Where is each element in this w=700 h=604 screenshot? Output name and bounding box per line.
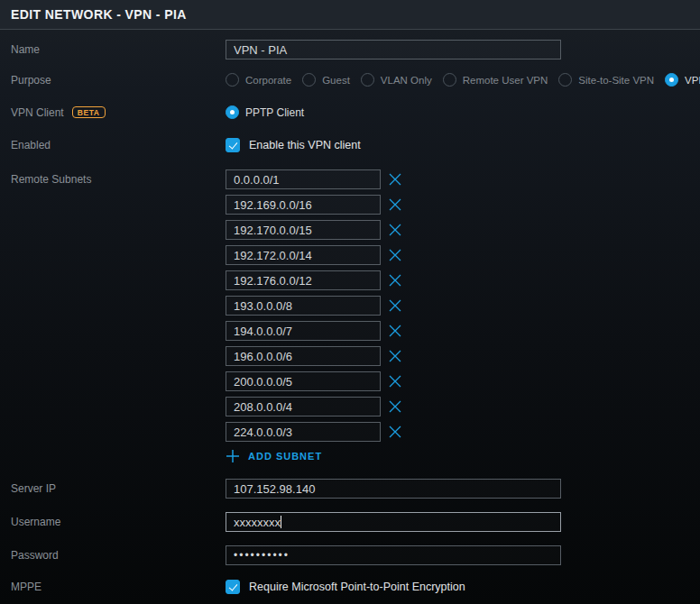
remove-subnet-button[interactable] <box>387 171 403 188</box>
radio-icon <box>558 73 572 87</box>
purpose-row: Purpose Corporate Guest VLAN Only Remote… <box>11 73 700 87</box>
radio-icon <box>226 73 239 87</box>
enable-vpn-client-checkbox[interactable]: Enable this VPN client <box>226 138 361 152</box>
beta-badge: BETA <box>72 106 106 119</box>
subnet-input[interactable] <box>226 346 381 366</box>
radio-icon <box>361 73 374 87</box>
edit-network-form: Name Purpose Corporate Guest VLAN Only R… <box>0 30 700 594</box>
subnet-input[interactable] <box>226 422 381 442</box>
subnet-input[interactable] <box>226 195 381 215</box>
enabled-label: Enabled <box>11 139 226 151</box>
server-ip-row: Server IP <box>11 479 700 499</box>
subnet-input[interactable] <box>226 169 381 189</box>
x-icon <box>387 297 403 314</box>
radio-label: Site-to-Site VPN <box>578 75 654 86</box>
subnet-row <box>226 220 403 240</box>
purpose-option-vpn-client[interactable]: VPN Client <box>665 73 700 87</box>
purpose-option-site-to-site-vpn[interactable]: Site-to-Site VPN <box>558 73 654 87</box>
remove-subnet-button[interactable] <box>387 373 403 389</box>
x-icon <box>387 171 403 188</box>
remove-subnet-button[interactable] <box>387 323 403 339</box>
x-icon <box>387 197 403 213</box>
subnet-row <box>226 195 403 215</box>
password-row: Password <box>11 545 700 565</box>
x-icon <box>387 348 403 364</box>
subnet-row <box>226 245 403 265</box>
plus-icon <box>226 449 240 463</box>
checkbox-label: Enable this VPN client <box>249 139 361 151</box>
remove-subnet-button[interactable] <box>387 197 403 213</box>
name-row: Name <box>11 40 700 59</box>
subnet-input[interactable] <box>226 245 381 265</box>
username-label: Username <box>11 516 226 528</box>
vpn-client-label-group: VPN Client BETA <box>11 106 226 119</box>
name-label: Name <box>11 43 226 56</box>
subnet-input[interactable] <box>226 321 381 341</box>
checkbox-label: Require Microsoft Point-to-Point Encrypt… <box>249 581 465 593</box>
subnet-row <box>226 169 403 189</box>
remove-subnet-button[interactable] <box>387 424 403 440</box>
username-input[interactable] <box>226 512 561 532</box>
radio-icon <box>302 73 316 87</box>
mppe-row: MPPE Require Microsoft Point-to-Point En… <box>11 580 700 594</box>
subnet-input[interactable] <box>226 270 381 290</box>
page-title: EDIT NETWORK - VPN - PIA <box>11 7 187 22</box>
remove-subnet-button[interactable] <box>387 398 403 415</box>
radio-label: Guest <box>322 75 350 86</box>
x-icon <box>387 272 403 288</box>
mppe-checkbox[interactable]: Require Microsoft Point-to-Point Encrypt… <box>226 580 465 594</box>
purpose-radio-group: Corporate Guest VLAN Only Remote User VP… <box>226 73 700 87</box>
radio-label: VPN Client <box>685 75 700 86</box>
x-icon <box>387 222 403 238</box>
purpose-option-guest[interactable]: Guest <box>302 73 350 87</box>
subnet-row <box>226 346 403 366</box>
subnet-row <box>226 296 403 316</box>
x-icon <box>387 247 403 263</box>
subnet-input[interactable] <box>226 220 381 240</box>
remove-subnet-button[interactable] <box>387 222 403 238</box>
radio-icon <box>226 105 239 119</box>
server-ip-label: Server IP <box>11 482 226 495</box>
remove-subnet-button[interactable] <box>387 272 403 288</box>
subnet-input[interactable] <box>226 397 381 416</box>
subnet-list: ADD SUBNET <box>226 169 403 463</box>
subnet-row <box>226 397 403 416</box>
username-input-wrap <box>226 512 561 532</box>
vpn-client-row: VPN Client BETA PPTP Client <box>11 105 700 119</box>
x-icon <box>387 323 403 339</box>
mppe-label: MPPE <box>11 581 226 593</box>
password-label: Password <box>11 549 226 562</box>
radio-label: Corporate <box>245 75 291 86</box>
purpose-option-remote-user-vpn[interactable]: Remote User VPN <box>443 73 548 87</box>
x-icon <box>387 398 403 415</box>
enabled-row: Enabled Enable this VPN client <box>11 138 700 152</box>
remote-subnets-label: Remote Subnets <box>11 169 226 189</box>
subnet-row <box>226 422 403 442</box>
text-cursor <box>281 516 281 528</box>
pptp-client-radio[interactable]: PPTP Client <box>226 105 304 119</box>
radio-label: PPTP Client <box>245 106 304 119</box>
subnet-input[interactable] <box>226 296 381 316</box>
purpose-label: Purpose <box>11 74 226 87</box>
subnet-row <box>226 270 403 290</box>
purpose-option-corporate[interactable]: Corporate <box>226 73 291 87</box>
dialog-header: EDIT NETWORK - VPN - PIA <box>0 0 700 30</box>
remove-subnet-button[interactable] <box>387 247 403 263</box>
name-input[interactable] <box>226 40 561 59</box>
radio-icon <box>443 73 456 87</box>
remove-subnet-button[interactable] <box>387 348 403 364</box>
add-subnet-label: ADD SUBNET <box>248 451 322 462</box>
checkbox-icon <box>226 580 240 594</box>
purpose-option-vlan-only[interactable]: VLAN Only <box>361 73 432 87</box>
subnet-row <box>226 321 403 341</box>
add-subnet-button[interactable]: ADD SUBNET <box>226 449 322 463</box>
radio-label: Remote User VPN <box>463 75 548 86</box>
subnet-input[interactable] <box>226 371 381 391</box>
subnet-row <box>226 371 403 391</box>
vpn-client-label: VPN Client <box>11 106 64 119</box>
checkbox-icon <box>226 138 240 152</box>
password-input[interactable] <box>226 545 561 565</box>
x-icon <box>387 424 403 440</box>
remove-subnet-button[interactable] <box>387 297 403 314</box>
server-ip-input[interactable] <box>226 479 561 499</box>
